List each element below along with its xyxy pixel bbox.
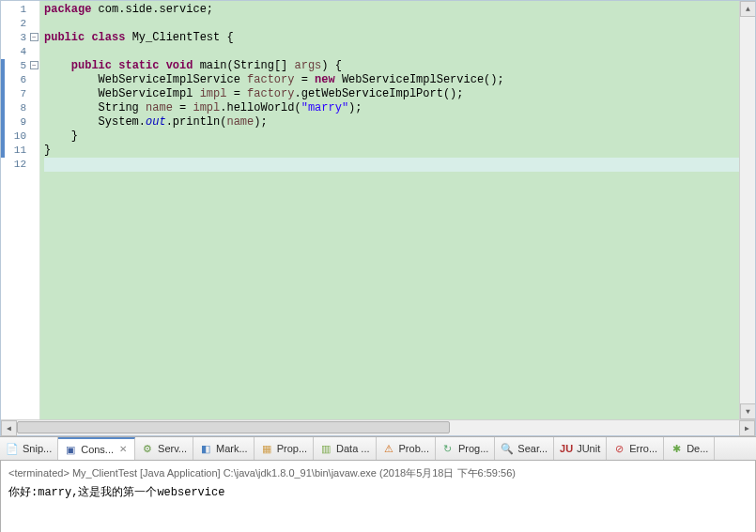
gutter-line: 5− bbox=[1, 59, 39, 73]
console-status-prefix: <terminated> bbox=[8, 467, 72, 479]
mark-icon: ◧ bbox=[199, 442, 212, 455]
gutter-line: 8 bbox=[1, 101, 39, 115]
erro-icon: ⊘ bbox=[612, 442, 625, 455]
snip-icon: 📄 bbox=[6, 442, 19, 455]
tab-de[interactable]: ✱De... bbox=[664, 437, 715, 460]
line-gutter: 123−45−6789101112 bbox=[1, 1, 40, 419]
tab-label: Mark... bbox=[216, 443, 248, 454]
console-line: 你好:marry,这是我的第一个webservice bbox=[8, 484, 748, 500]
prop-icon: ▦ bbox=[260, 442, 273, 455]
code-line[interactable]: System.out.println(name); bbox=[44, 115, 739, 129]
console-header: <terminated> My_ClientTest [Java Applica… bbox=[1, 461, 755, 482]
vertical-scrollbar[interactable]: ▲ ▼ bbox=[739, 1, 755, 419]
tab-label: Snip... bbox=[23, 443, 52, 454]
code-container: 123−45−6789101112 package com.side.servi… bbox=[1, 1, 755, 419]
gutter-line: 4 bbox=[1, 45, 39, 59]
cons-icon: ▣ bbox=[64, 443, 77, 456]
code-line[interactable]: package com.side.service; bbox=[44, 3, 739, 17]
code-line[interactable] bbox=[44, 45, 739, 59]
code-line[interactable]: WebServiceImpl impl = factory.getWebServ… bbox=[44, 87, 739, 101]
serv-icon: ⚙ bbox=[141, 442, 154, 455]
scroll-up-button[interactable]: ▲ bbox=[740, 1, 755, 17]
tab-serv[interactable]: ⚙Serv... bbox=[135, 437, 193, 460]
scroll-right-button[interactable]: ▶ bbox=[739, 420, 755, 436]
tab-label: Prop... bbox=[277, 443, 307, 454]
close-icon[interactable]: ✕ bbox=[117, 444, 129, 455]
change-marker bbox=[1, 73, 5, 87]
change-marker bbox=[1, 144, 5, 158]
code-line[interactable]: } bbox=[44, 144, 739, 158]
console-output[interactable]: 你好:marry,这是我的第一个webservice bbox=[1, 482, 755, 532]
change-marker bbox=[1, 87, 5, 101]
tab-junit[interactable]: JUJUnit bbox=[554, 437, 607, 460]
prob-icon: ⚠ bbox=[382, 442, 395, 455]
hscroll-track[interactable] bbox=[17, 420, 739, 435]
prog-icon: ↻ bbox=[441, 442, 455, 455]
gutter-line: 1 bbox=[1, 3, 39, 17]
fold-toggle[interactable]: − bbox=[30, 61, 39, 69]
scroll-down-button[interactable]: ▼ bbox=[740, 403, 755, 419]
tab-label: Erro... bbox=[629, 443, 657, 454]
sear-icon: 🔍 bbox=[501, 442, 514, 455]
gutter-line: 12 bbox=[1, 158, 39, 172]
gutter-line: 3− bbox=[1, 31, 39, 45]
console-view: <terminated> My_ClientTest [Java Applica… bbox=[0, 461, 756, 532]
gutter-line: 6 bbox=[1, 73, 39, 87]
console-launch-info: My_ClientTest [Java Application] C:\java… bbox=[72, 467, 516, 479]
change-marker bbox=[1, 101, 5, 115]
views-tab-bar: 📄Snip...▣Cons...✕⚙Serv...◧Mark...▦Prop..… bbox=[0, 436, 756, 461]
change-marker bbox=[1, 59, 5, 73]
tab-mark[interactable]: ◧Mark... bbox=[193, 437, 255, 460]
tab-label: Cons... bbox=[81, 444, 114, 455]
data-icon: ▥ bbox=[319, 442, 332, 455]
hscroll-thumb[interactable] bbox=[17, 421, 450, 433]
gutter-line: 2 bbox=[1, 17, 39, 31]
tab-sear[interactable]: 🔍Sear... bbox=[495, 437, 554, 460]
tab-prop[interactable]: ▦Prop... bbox=[255, 437, 314, 460]
junit-icon: JU bbox=[560, 442, 573, 455]
tab-label: De... bbox=[687, 443, 708, 454]
de-icon: ✱ bbox=[670, 442, 683, 455]
change-marker bbox=[1, 129, 5, 144]
tab-prob[interactable]: ⚠Prob... bbox=[377, 437, 436, 460]
tab-erro[interactable]: ⊘Erro... bbox=[607, 437, 664, 460]
code-body[interactable]: package com.side.service;public class My… bbox=[40, 1, 739, 419]
gutter-line: 10 bbox=[1, 129, 39, 144]
code-line[interactable] bbox=[44, 158, 739, 172]
vscroll-track[interactable] bbox=[740, 17, 755, 403]
tab-label: Prob... bbox=[399, 443, 429, 454]
tab-data[interactable]: ▥Data ... bbox=[314, 437, 376, 460]
gutter-line: 7 bbox=[1, 87, 39, 101]
fold-toggle[interactable]: − bbox=[30, 33, 39, 41]
tab-label: Sear... bbox=[517, 443, 548, 454]
horizontal-scrollbar[interactable]: ◀ ▶ bbox=[1, 419, 755, 435]
tab-label: Data ... bbox=[336, 443, 369, 454]
tab-label: Prog... bbox=[458, 443, 488, 454]
change-marker bbox=[1, 115, 5, 129]
code-line[interactable]: public static void main(String[] args) { bbox=[44, 59, 739, 73]
code-line[interactable]: } bbox=[44, 129, 739, 144]
gutter-line: 9 bbox=[1, 115, 39, 129]
tab-prog[interactable]: ↻Prog... bbox=[436, 437, 495, 460]
tab-label: Serv... bbox=[158, 443, 187, 454]
tab-label: JUnit bbox=[577, 443, 600, 454]
code-line[interactable] bbox=[44, 17, 739, 31]
code-editor: 123−45−6789101112 package com.side.servi… bbox=[0, 0, 756, 436]
scroll-left-button[interactable]: ◀ bbox=[1, 420, 17, 436]
tab-cons[interactable]: ▣Cons...✕ bbox=[58, 437, 135, 460]
tab-snip[interactable]: 📄Snip... bbox=[0, 437, 58, 460]
code-line[interactable]: public class My_ClientTest { bbox=[44, 31, 739, 45]
code-line[interactable]: String name = impl.helloWorld("marry"); bbox=[44, 101, 739, 115]
code-line[interactable]: WebServiceImplService factory = new WebS… bbox=[44, 73, 739, 87]
gutter-line: 11 bbox=[1, 144, 39, 158]
